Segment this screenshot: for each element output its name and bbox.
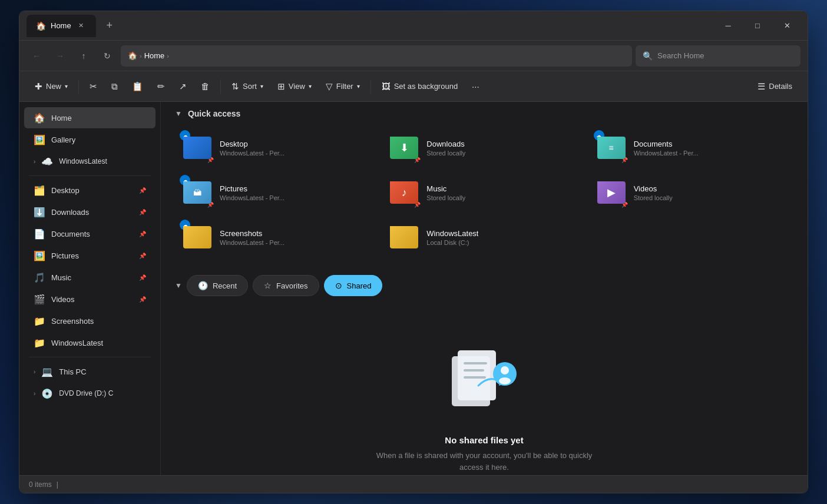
breadcrumb[interactable]: 🏠 › Home › [121, 45, 632, 67]
refresh-icon: ↻ [104, 51, 111, 61]
breadcrumb-sep2: › [167, 52, 169, 59]
sidebar-item-documents[interactable]: 📄 Documents 📌 [24, 223, 156, 244]
shared-tab[interactable]: ⊙ Shared [324, 275, 383, 296]
windowslatest-folder-icon: 📁 [34, 337, 45, 349]
up-button[interactable]: ↑ [74, 46, 94, 66]
tab-home-icon: 🏠 [36, 21, 46, 31]
sidebar-item-gallery[interactable]: 🖼️ Gallery [24, 129, 156, 150]
windowslatest-file-name: WindowsLatest [426, 229, 478, 238]
search-icon: 🔍 [643, 51, 653, 61]
music-pin-icon: 📌 [139, 274, 146, 281]
sidebar-item-this-pc[interactable]: › 💻 This PC [24, 361, 156, 382]
sidebar-item-wl-local-label: WindowsLatest [51, 339, 103, 347]
file-item-desktop[interactable]: ☁ 📌 Desktop WindowsLatest - Per... [175, 127, 379, 169]
cloud-icon: ☁️ [41, 156, 53, 167]
sidebar-item-videos[interactable]: 🎬 Videos 📌 [24, 289, 156, 310]
tab-close-button[interactable]: ✕ [76, 21, 87, 31]
rename-button[interactable]: ✏ [151, 76, 171, 97]
new-button[interactable]: ✚ New ▾ [29, 76, 74, 97]
file-grid: ☁ 📌 Desktop WindowsLatest - Per... ⬇ 📌 [161, 124, 808, 268]
tab-label: Home [51, 21, 71, 30]
refresh-button[interactable]: ↻ [97, 46, 117, 66]
file-item-screenshots[interactable]: ☁ Screenshots WindowsLatest - Per... [175, 216, 379, 258]
set-background-button[interactable]: 🖼 Set as background [376, 76, 464, 97]
windowslatest-file-info: WindowsLatest Local Disk (C:) [426, 229, 478, 246]
svg-point-8 [499, 377, 511, 384]
downloads-file-pin: 📌 [414, 157, 421, 163]
breadcrumb-home-icon: 🏠 [128, 51, 137, 60]
music-icon-wrap: ♪ 📌 [389, 177, 419, 208]
sidebar-item-this-pc-label: This PC [59, 367, 86, 376]
background-icon: 🖼 [382, 81, 391, 91]
sidebar-item-pictures[interactable]: 🖼️ Pictures 📌 [24, 245, 156, 266]
filter-button[interactable]: ▽ Filter ▾ [320, 76, 366, 97]
recent-label: Recent [213, 281, 237, 290]
active-tab[interactable]: 🏠 Home ✕ [27, 15, 96, 37]
maximize-button[interactable]: □ [744, 16, 771, 35]
favorites-tab[interactable]: ☆ Favorites [253, 275, 319, 296]
toolbar-divider-3 [371, 79, 371, 94]
sidebar-item-music[interactable]: 🎵 Music 📌 [24, 267, 156, 288]
file-item-downloads[interactable]: ⬇ 📌 Downloads Stored locally [382, 127, 586, 169]
desktop-file-pin: 📌 [207, 157, 214, 163]
sidebar-item-desktop[interactable]: 🗂️ Desktop 📌 [24, 180, 156, 201]
filter-tabs: ▼ 🕐 Recent ☆ Favorites ⊙ Shared [161, 268, 808, 303]
sidebar-item-home[interactable]: 🏠 Home [24, 107, 156, 128]
pictures-icon-wrap: ☁ 🏔 📌 [182, 177, 213, 208]
more-options-button[interactable]: ··· [466, 76, 485, 97]
videos-icon-wrap: ▶ 📌 [596, 177, 627, 208]
details-button[interactable]: ☰ Details [752, 76, 798, 97]
new-tab-button[interactable]: + [101, 17, 118, 35]
paste-icon: 📋 [132, 81, 143, 92]
desktop-file-name: Desktop [220, 140, 285, 148]
sidebar-item-windowslatest-cloud[interactable]: › ☁️ WindowsLatest [24, 151, 156, 172]
up-icon: ↑ [82, 51, 86, 61]
view-button[interactable]: ⊞ View ▾ [272, 76, 317, 97]
empty-state-desc: When a file is shared with your account,… [372, 450, 596, 473]
cut-button[interactable]: ✂ [84, 76, 103, 97]
documents-pin-icon: 📌 [139, 231, 146, 237]
sidebar-item-screenshots[interactable]: 📁 Screenshots [24, 310, 156, 331]
sidebar-item-dvd-drive[interactable]: › 💿 DVD Drive (D:) C [24, 383, 156, 404]
view-icon: ⊞ [277, 81, 285, 92]
sidebar-item-downloads[interactable]: ⬇️ Downloads 📌 [24, 201, 156, 223]
file-item-music[interactable]: ♪ 📌 Music Stored locally [382, 171, 586, 214]
toolbar: ✚ New ▾ ✂ ⧉ 📋 ✏ ↗ 🗑 ⇅ Sort ▾ ⊞ [19, 71, 808, 102]
quick-access-header: ▼ Quick access [161, 102, 808, 124]
add-tab-icon: + [106, 19, 113, 32]
minimize-button[interactable]: ─ [714, 16, 742, 35]
forward-button[interactable]: → [50, 46, 70, 66]
delete-button[interactable]: 🗑 [195, 76, 216, 97]
share-button[interactable]: ↗ [173, 76, 193, 97]
back-button[interactable]: ← [27, 46, 47, 66]
videos-pin-icon: 📌 [139, 296, 146, 303]
recent-tab[interactable]: 🕐 Recent [187, 275, 248, 296]
sidebar-item-music-label: Music [51, 273, 71, 282]
quick-access-collapse-icon[interactable]: ▼ [175, 110, 182, 118]
expand-icon: › [34, 158, 35, 165]
windowslatest-icon-wrap [389, 222, 419, 253]
file-item-videos[interactable]: ▶ 📌 Videos Stored locally [589, 171, 793, 214]
new-label: New [46, 82, 61, 91]
svg-rect-2 [464, 362, 487, 364]
maximize-icon: □ [755, 21, 760, 30]
close-button[interactable]: ✕ [773, 16, 800, 35]
music-file-pin: 📌 [414, 202, 421, 208]
main-area: 🏠 Home 🖼️ Gallery › ☁️ WindowsLatest 🗂️ … [19, 102, 808, 475]
paste-button[interactable]: 📋 [126, 76, 149, 97]
videos-file-sub: Stored locally [634, 194, 673, 201]
forward-icon: → [56, 51, 64, 61]
file-item-pictures[interactable]: ☁ 🏔 📌 Pictures WindowsLatest - Per... [175, 171, 379, 214]
file-item-windowslatest[interactable]: WindowsLatest Local Disk (C:) [382, 216, 586, 258]
title-bar: 🏠 Home ✕ + ─ □ ✕ [19, 11, 808, 41]
downloads-icon-wrap: ⬇ 📌 [389, 132, 419, 163]
file-item-documents[interactable]: ☁ ≡ 📌 Documents WindowsLatest - Per... [589, 127, 793, 169]
items-count: 0 items [29, 480, 52, 489]
sort-button[interactable]: ⇅ Sort ▾ [226, 76, 269, 97]
delete-icon: 🗑 [201, 81, 210, 91]
copy-button[interactable]: ⧉ [105, 76, 124, 97]
sidebar-item-windowslatest-local[interactable]: 📁 WindowsLatest [24, 332, 156, 353]
filter-collapse-icon[interactable]: ▼ [175, 281, 182, 290]
search-bar[interactable]: 🔍 Search Home [636, 45, 800, 67]
filter-icon: ▽ [326, 81, 333, 92]
